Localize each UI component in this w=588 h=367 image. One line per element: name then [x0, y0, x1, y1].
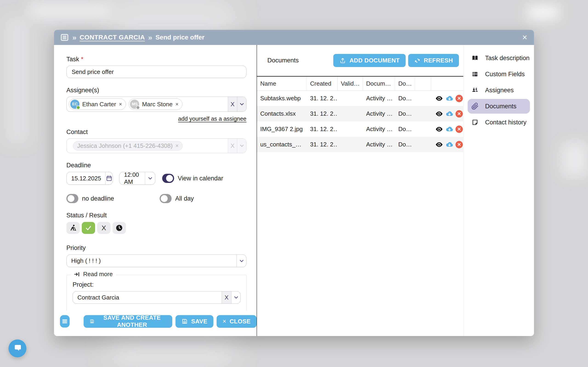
- all-day-label: All day: [175, 195, 194, 202]
- contact-multiselect: Jessica Johnson (+1 415-226-4308) × X: [66, 138, 247, 153]
- chat-bubble-icon: [13, 343, 22, 353]
- add-document-button[interactable]: ADD DOCUMENT: [333, 54, 406, 67]
- clock-icon: [115, 224, 123, 232]
- nav-item-custom-fields[interactable]: Custom Fields: [468, 69, 530, 80]
- task-input[interactable]: [66, 66, 247, 78]
- cell-created: 31. 12. 2…: [307, 91, 338, 106]
- cell-document: Do…: [395, 91, 415, 106]
- nav-item-assignees[interactable]: Assignees: [468, 85, 530, 96]
- task-label: Task*: [66, 56, 245, 63]
- assignees-multiselect[interactable]: EC Ethan Carter × MS Marc Stone: [66, 97, 247, 112]
- nav-item-documents[interactable]: Documents: [468, 99, 530, 114]
- time-dropdown-button[interactable]: [145, 172, 155, 184]
- preview-document-button[interactable]: [435, 125, 443, 133]
- backdrop-blur: [3, 16, 31, 145]
- footer-menu-button[interactable]: [60, 315, 70, 327]
- deadline-time-field[interactable]: 12:00 AM: [119, 172, 155, 185]
- cell-blank: [415, 121, 431, 137]
- priority-dropdown-button[interactable]: [237, 255, 246, 267]
- priority-value: High ( ! ! ! ): [67, 255, 237, 267]
- project-dropdown-button[interactable]: [231, 292, 240, 303]
- assignee-name: Ethan Carter: [82, 101, 116, 108]
- breadcrumb-parent-link[interactable]: CONTRACT GARCIA: [80, 34, 145, 41]
- contact-dropdown-button: [237, 139, 246, 153]
- document-row[interactable]: IMG_9367 2.jpg31. 12. 2…Activity …Do…✕: [257, 121, 463, 137]
- status-waiting-button[interactable]: [112, 222, 126, 234]
- delete-document-button[interactable]: ✕: [455, 141, 463, 148]
- remove-assignee-icon[interactable]: ×: [119, 101, 122, 108]
- status-result-label: Status / Result: [66, 212, 245, 219]
- documents-title: Documents: [267, 57, 299, 64]
- note-icon: [471, 119, 479, 126]
- upload-icon: [339, 57, 346, 64]
- nav-item-task-description[interactable]: Task description: [468, 53, 530, 64]
- download-document-button[interactable]: [445, 140, 454, 149]
- preview-document-button[interactable]: [435, 94, 443, 103]
- documents-table-header: Name Created Valid… Docum… Do…: [257, 77, 463, 91]
- dialog-header: » CONTRACT GARCIA » Send price offer ×: [54, 30, 534, 45]
- column-header-document[interactable]: Do…: [395, 77, 415, 91]
- no-deadline-toggle[interactable]: [66, 194, 78, 203]
- preview-document-button[interactable]: [435, 109, 443, 118]
- status-in-progress-button[interactable]: [66, 222, 80, 234]
- project-select[interactable]: Contract Garcia X: [73, 291, 241, 304]
- document-row[interactable]: Subtasks.webp31. 12. 2…Activity …Do…✕: [257, 91, 463, 106]
- assignee-name: Marc Stone: [142, 101, 172, 108]
- cell-document-type: Activity …: [363, 91, 395, 106]
- column-header-valid[interactable]: Valid…: [338, 77, 363, 91]
- cell-name: IMG_9367 2.jpg: [257, 121, 307, 137]
- cell-name: Contacts.xlsx: [257, 106, 307, 121]
- cloud-download-icon: [445, 109, 454, 118]
- backdrop-blur: [562, 142, 588, 177]
- status-done-button[interactable]: [82, 222, 95, 234]
- add-yourself-assignee-link[interactable]: add yourself as a assignee: [178, 116, 247, 122]
- deadline-date-field[interactable]: 15.12.2025: [66, 172, 113, 185]
- delete-document-button[interactable]: ✕: [455, 110, 463, 117]
- save-and-create-another-button[interactable]: SAVE AND CREATE ANOTHER: [84, 315, 172, 328]
- column-header-document-type[interactable]: Docum…: [363, 77, 395, 91]
- x-icon: ×: [222, 318, 226, 325]
- no-deadline-label: no deadline: [82, 195, 114, 202]
- cloud-download-icon: [445, 125, 454, 134]
- column-header-created[interactable]: Created: [307, 77, 338, 91]
- close-button[interactable]: × CLOSE: [217, 315, 256, 328]
- backdrop-blur: [526, 5, 561, 20]
- nav-item-contact-history[interactable]: Contact history: [468, 117, 530, 128]
- deadline-time-value: 12:00 AM: [119, 172, 145, 184]
- eye-icon: [435, 94, 443, 103]
- cell-blank: [415, 91, 431, 106]
- all-day-toggle[interactable]: [160, 194, 171, 203]
- save-button[interactable]: SAVE: [176, 315, 213, 328]
- download-document-button[interactable]: [445, 109, 454, 118]
- download-document-button[interactable]: [445, 125, 454, 133]
- chat-launcher-button[interactable]: [9, 340, 26, 357]
- priority-select[interactable]: High ( ! ! ! ): [66, 255, 247, 267]
- document-row[interactable]: Contacts.xlsx31. 12. 2…Activity …Do…✕: [257, 106, 463, 121]
- delete-document-button[interactable]: ✕: [455, 125, 463, 133]
- download-document-button[interactable]: [445, 94, 454, 103]
- section-nav: Task description Custom Fields Assignees…: [463, 45, 534, 336]
- contact-label: Contact: [66, 129, 245, 136]
- refresh-button[interactable]: REFRESH: [408, 54, 459, 67]
- cell-valid: [338, 106, 363, 121]
- clear-project-button[interactable]: X: [222, 292, 231, 303]
- column-header-name[interactable]: Name: [257, 77, 307, 91]
- preview-document-button[interactable]: [435, 140, 443, 149]
- tab-arrow-icon: [74, 271, 80, 278]
- document-row[interactable]: us_contacts_…31. 12. 2…Activity …Do…✕: [257, 137, 463, 152]
- assignee-chip: EC Ethan Carter ×: [69, 99, 126, 110]
- breadcrumb-separator: »: [72, 33, 77, 42]
- x-icon: X: [102, 224, 106, 232]
- remove-assignee-icon[interactable]: ×: [175, 101, 179, 108]
- status-canceled-button[interactable]: X: [97, 222, 111, 234]
- task-list-icon[interactable]: [60, 33, 69, 42]
- view-in-calendar-toggle[interactable]: [162, 174, 174, 183]
- delete-document-button[interactable]: ✕: [455, 95, 463, 102]
- calendar-picker-button[interactable]: [105, 172, 112, 184]
- clear-assignees-button[interactable]: X: [228, 97, 237, 112]
- dialog-close-icon[interactable]: ×: [522, 33, 527, 42]
- assignees-dropdown-button[interactable]: [237, 97, 246, 112]
- read-more-legend[interactable]: Read more: [70, 271, 116, 278]
- documents-table: Name Created Valid… Docum… Do… Subtasks.…: [257, 76, 463, 152]
- deadline-label: Deadline: [66, 162, 245, 169]
